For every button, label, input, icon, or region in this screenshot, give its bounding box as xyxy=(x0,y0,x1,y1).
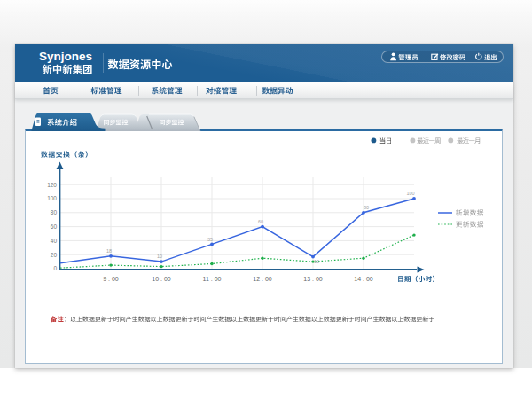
svg-text:100: 100 xyxy=(406,191,414,196)
svg-text:0: 0 xyxy=(53,265,57,271)
svg-text:10 : 00: 10 : 00 xyxy=(152,276,171,282)
svg-text:60: 60 xyxy=(258,219,263,224)
svg-text:12 : 00: 12 : 00 xyxy=(253,276,272,282)
svg-text:20: 20 xyxy=(51,252,58,258)
svg-text:100: 100 xyxy=(47,195,57,201)
svg-text:10: 10 xyxy=(157,254,162,259)
svg-text:80: 80 xyxy=(51,209,58,215)
svg-text:40: 40 xyxy=(51,238,58,244)
svg-text:11 : 00: 11 : 00 xyxy=(203,276,222,282)
svg-text:80: 80 xyxy=(364,205,369,210)
svg-text:10: 10 xyxy=(314,259,319,264)
svg-text:35: 35 xyxy=(207,237,213,242)
svg-text:14 : 00: 14 : 00 xyxy=(354,276,373,282)
svg-text:13 : 00: 13 : 00 xyxy=(303,276,323,282)
svg-text:120: 120 xyxy=(47,182,57,188)
svg-text:60: 60 xyxy=(51,223,58,230)
svg-text:9 : 00: 9 : 00 xyxy=(103,276,119,282)
svg-text:18: 18 xyxy=(106,248,112,254)
